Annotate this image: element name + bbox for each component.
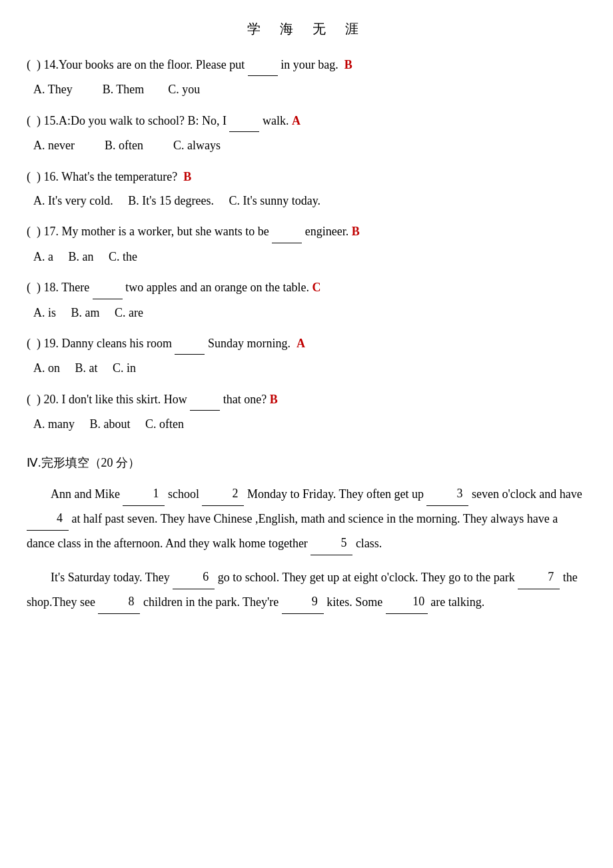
blank-4: 4 (27, 506, 69, 531)
question-20: ( ) 20. I don't like this skirt. How tha… (27, 389, 586, 435)
answer-16: B (183, 170, 191, 183)
options-17: A. a B. an C. the (27, 246, 586, 267)
question-18: ( ) 18. There two apples and an orange o… (27, 277, 586, 323)
question-19: ( ) 19. Danny cleans his room Sunday mor… (27, 333, 586, 379)
blank-10: 10 (386, 589, 428, 614)
blank-6: 6 (173, 565, 215, 589)
answer-14: B (344, 58, 352, 71)
question-15: ( ) 15.A:Do you walk to school? B: No, I… (27, 110, 586, 157)
question-14: ( ) 14.Your books are on the floor. Plea… (27, 54, 586, 101)
question-15-text: ( ) 15.A:Do you walk to school? B: No, I… (27, 110, 586, 132)
blank-15 (229, 110, 259, 132)
blank-20 (190, 389, 220, 411)
blank-1: 1 (123, 481, 165, 506)
page-title: 学 海 无 涯 (27, 20, 586, 38)
blank-14 (248, 54, 278, 76)
question-16-text: ( ) 16. What's the temperature? B (27, 166, 586, 187)
options-20: A. many B. about C. often (27, 413, 586, 435)
blank-17 (272, 221, 302, 243)
options-18: A. is B. am C. are (27, 302, 586, 323)
question-16: ( ) 16. What's the temperature? B A. It'… (27, 166, 586, 212)
answer-18: C (312, 281, 321, 294)
blank-19 (175, 333, 205, 355)
answer-15: A (292, 114, 301, 127)
blank-2: 2 (202, 481, 244, 506)
answer-17: B (352, 225, 360, 238)
section-4-header: Ⅳ.完形填空（20 分） (27, 455, 586, 471)
blank-7: 7 (518, 565, 560, 589)
blank-18 (93, 277, 123, 299)
paragraph-1: Ann and Mike 1 school 2 Monday to Friday… (27, 481, 586, 555)
question-14-text: ( ) 14.Your books are on the floor. Plea… (27, 54, 586, 76)
paragraph-2: It's Saturday today. They 6 go to school… (27, 565, 586, 614)
blank-3: 3 (426, 481, 468, 506)
answer-19: A (297, 337, 305, 350)
blank-9: 9 (282, 589, 324, 614)
question-20-text: ( ) 20. I don't like this skirt. How tha… (27, 389, 586, 411)
blank-5: 5 (310, 531, 352, 555)
question-17-text: ( ) 17. My mother is a worker, but she w… (27, 221, 586, 243)
question-19-text: ( ) 19. Danny cleans his room Sunday mor… (27, 333, 586, 355)
question-17: ( ) 17. My mother is a worker, but she w… (27, 221, 586, 267)
answer-20: B (270, 393, 278, 406)
options-19: A. on B. at C. in (27, 357, 586, 379)
options-15: A. never B. often C. always (27, 135, 586, 156)
blank-8: 8 (98, 589, 140, 614)
options-16: A. It's very cold. B. It's 15 degrees. C… (27, 190, 586, 211)
options-14: A. They B. Them C. you (27, 79, 586, 100)
question-18-text: ( ) 18. There two apples and an orange o… (27, 277, 586, 299)
